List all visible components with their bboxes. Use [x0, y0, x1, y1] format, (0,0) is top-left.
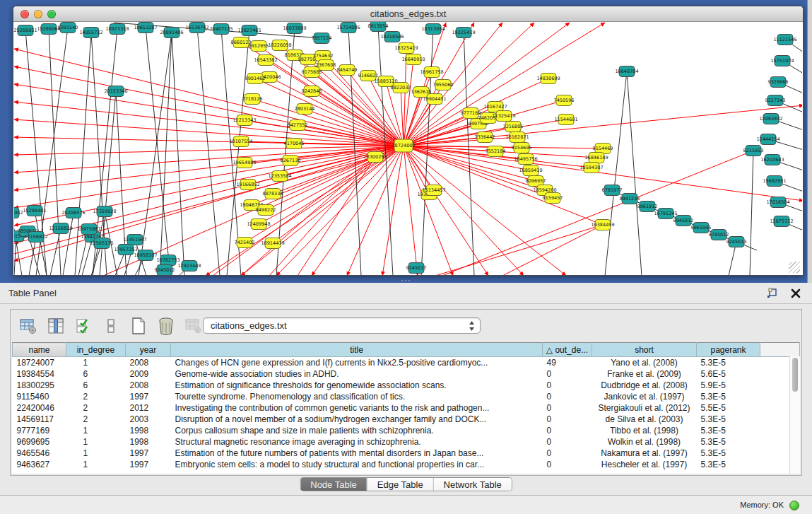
cell-short: Tibbo et al. (1998) — [592, 425, 697, 436]
scrollbar-thumb[interactable] — [792, 358, 798, 392]
column-header-out_de[interactable]: △ out_de... — [543, 343, 592, 357]
graph-node-label: 18226058 — [268, 42, 291, 48]
graph-node-label: 9227343 — [765, 98, 786, 103]
cell-short: Yano et al. (2008) — [592, 357, 697, 368]
cell-name: 9777169 — [13, 425, 66, 436]
table-row[interactable]: 946554611997Estimation of the future num… — [13, 448, 800, 459]
row-height-icon[interactable] — [101, 316, 121, 336]
graph-node-label: 7425402 — [235, 240, 255, 245]
table-row[interactable]: 1872400712008Changes of HCN gene express… — [13, 357, 800, 368]
column-header-pagerank[interactable]: pagerank — [697, 343, 760, 357]
cell-name: 18724007 — [13, 357, 66, 368]
graph-node-label: 7955060 — [433, 82, 454, 88]
float-window-icon[interactable] — [765, 287, 778, 300]
graph-node-label: 18313054 — [421, 26, 445, 32]
cell-name: 9465546 — [13, 448, 66, 459]
new-table-icon[interactable] — [129, 316, 148, 336]
table-row[interactable]: 977716911998Corpus callosum shape and si… — [13, 425, 800, 436]
graph-node-label: 18724007 — [392, 143, 415, 148]
cell-short: de Silva et al. (2003) — [592, 414, 697, 425]
delete-table-icon[interactable] — [156, 316, 176, 336]
window-titlebar[interactable]: citations_edges.txt — [13, 6, 803, 22]
table-vertical-scrollbar[interactable] — [789, 356, 800, 474]
graph-edge — [255, 78, 404, 146]
column-header-year[interactable]: year — [126, 343, 171, 357]
cell-name: 9463627 — [13, 459, 66, 470]
cell-year: 1997 — [126, 391, 171, 402]
graph-node-label: 9329966 — [768, 79, 789, 85]
graph-node-label: 16033809 — [283, 25, 306, 31]
graph-node-label: 16846149 — [584, 155, 608, 160]
graph-node-label: 20206576 — [61, 210, 85, 216]
tab-node-table[interactable]: Node Table — [300, 478, 367, 491]
cell-name: 9699695 — [13, 436, 66, 448]
table-select-dropdown[interactable]: citations_edges.txt — [203, 317, 481, 334]
table-row[interactable]: 1830029562008Estimation of significance … — [13, 380, 800, 391]
graph-node-label: 9242848 — [302, 88, 322, 94]
cell-year: 1997 — [126, 448, 171, 459]
table-row[interactable]: 946362711997Embryonic stem cells: a mode… — [13, 459, 800, 470]
graph-node-label: 16162871 — [505, 134, 529, 140]
cell-title: Tourette syndrome. Phenomenology and cla… — [171, 391, 543, 402]
graph-node-label: 9245012 — [155, 267, 175, 273]
tab-network-table[interactable]: Network Table — [433, 478, 512, 491]
table-row[interactable]: 1938455462009Genome-wide association stu… — [13, 368, 800, 380]
cell-in_degree: 1 — [66, 436, 126, 448]
table-row[interactable]: 911546021997Tourette syndrome. Phenomeno… — [13, 391, 800, 402]
graph-edge — [404, 146, 524, 275]
column-header-title[interactable]: title — [171, 343, 543, 357]
graph-node-label: 9245017 — [406, 265, 427, 271]
graph-node-label: 8215953 — [743, 148, 764, 153]
column-header-short[interactable]: short — [592, 343, 697, 357]
table-row[interactable]: 969969511998Structural magnetic resonanc… — [13, 436, 800, 448]
graph-edge — [14, 236, 16, 275]
table-panel-header: Table Panel — [0, 283, 812, 304]
column-header-name[interactable]: name — [13, 343, 66, 357]
graph-node-label: 9961945 — [691, 225, 712, 230]
graph-edge — [627, 71, 642, 275]
table-settings-icon[interactable] — [18, 316, 38, 336]
cell-short: Franke et al. (2009) — [592, 368, 697, 380]
graph-node-label: 14830699 — [536, 76, 560, 81]
table-row[interactable]: 2242004622012Investigating the contribut… — [13, 402, 800, 414]
cell-title: Investigating the contribution of common… — [171, 402, 543, 414]
table-panel-content: f(x) citations_edges.txt namein_degreeye… — [10, 309, 802, 476]
column-header-in_degree[interactable]: in_degree — [66, 343, 126, 357]
graph-node-label: 16859410 — [519, 168, 542, 173]
network-view-window: citations_edges.txt 86601238912955182260… — [13, 6, 804, 276]
graph-node-label: 4170045 — [284, 141, 305, 146]
cell-short: Dudbridge et al. (2008) — [592, 380, 697, 391]
cell-year: 2012 — [126, 402, 171, 414]
tab-edge-table[interactable]: Edge Table — [367, 478, 433, 491]
dropdown-arrows-icon — [469, 320, 475, 332]
close-panel-icon[interactable] — [789, 287, 802, 300]
memory-ok-indicator — [789, 501, 799, 510]
network-graph[interactable]: 8660123891295518226058818632898275081754… — [14, 22, 802, 275]
graph-node-label: 17957253 — [114, 247, 137, 252]
cell-out_de: 0 — [543, 459, 592, 470]
delete-column-icon — [184, 316, 204, 336]
cell-out_de: 0 — [543, 391, 592, 402]
table-row[interactable]: 1456911722003Disruption of a novel membe… — [13, 414, 800, 425]
network-canvas[interactable]: 8660123891295518226058818632898275081754… — [14, 22, 802, 275]
cell-title: Estimation of significance thresholds fo… — [171, 380, 543, 391]
cell-out_de: 0 — [543, 402, 592, 414]
cell-title: Changes of HCN gene expression and I(f) … — [171, 357, 543, 368]
graph-node-label: 20153346 — [104, 88, 127, 94]
graph-node-label: 10975887 — [77, 226, 100, 232]
cell-year: 2003 — [126, 414, 171, 425]
graph-node-label: 16791245 — [654, 211, 677, 216]
statusbar: Memory: OK — [0, 495, 812, 514]
select-all-rows-icon[interactable] — [73, 316, 93, 336]
cell-out_de: 0 — [543, 414, 592, 425]
graph-node-label: 9961912 — [637, 204, 658, 209]
graph-node-label: 19225419 — [452, 30, 475, 35]
graph-node-label: 8267130 — [281, 158, 301, 163]
graph-node-label: 8391540 — [58, 25, 78, 30]
graph-node-label: 12409948 — [247, 221, 270, 227]
show-column-icon[interactable] — [46, 316, 66, 336]
window-resize-grip[interactable] — [789, 262, 800, 273]
cell-in_degree: 2 — [66, 414, 126, 425]
graph-node-label: 12156822 — [24, 234, 47, 240]
graph-node-label: 19218596 — [380, 34, 404, 40]
